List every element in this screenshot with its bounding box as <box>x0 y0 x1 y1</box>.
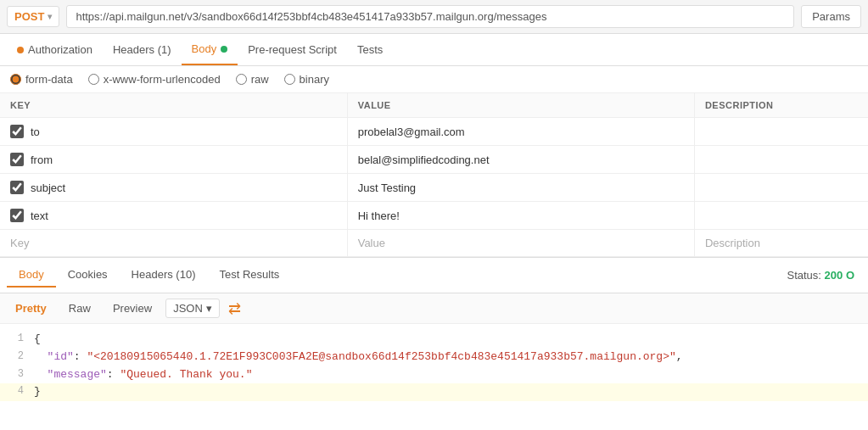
tab-prerequest-label: Pre-request Script <box>248 43 337 56</box>
method-button[interactable]: POST ▾ <box>7 6 59 27</box>
key-subject: subject <box>31 181 65 194</box>
value-text: Hi there! <box>347 202 694 230</box>
row-checkbox-to[interactable] <box>10 125 24 138</box>
resp-tab-headers[interactable]: Headers (10) <box>120 263 208 288</box>
request-tabs: Authorization Headers (1) Body Pre-reque… <box>0 34 868 66</box>
line-num-4: 4 <box>0 383 34 401</box>
key-from: from <box>31 154 53 166</box>
body-options: form-data x-www-form-urlencoded raw bina… <box>0 66 868 93</box>
view-pretty-button[interactable]: Pretty <box>7 299 55 318</box>
tab-body[interactable]: Body <box>182 34 238 65</box>
code-area: 1 { 2 "id": "<20180915065440.1.72E1F993C… <box>0 324 868 408</box>
code-line-4: 4 } <box>0 383 868 401</box>
wrap-button[interactable]: ⇄ <box>228 299 241 318</box>
tab-tests[interactable]: Tests <box>347 35 393 64</box>
resp-tab-cookies-label: Cookies <box>68 268 108 281</box>
row-checkbox-subject[interactable] <box>10 181 24 194</box>
desc-to <box>694 118 868 146</box>
placeholder-value: Value <box>347 230 694 257</box>
top-bar: POST ▾ Params <box>0 0 868 34</box>
line-num-1: 1 <box>0 331 34 349</box>
option-binary[interactable]: binary <box>284 73 329 86</box>
value-to: probelal3@gmail.com <box>347 118 694 146</box>
key-to: to <box>31 126 40 138</box>
format-label: JSON <box>173 302 203 315</box>
table-row: text Hi there! <box>0 202 868 230</box>
table-row: from belal@simplifiedcoding.net <box>0 146 868 174</box>
resp-tab-headers-label: Headers (10) <box>132 268 196 281</box>
row-checkbox-from[interactable] <box>10 153 24 166</box>
params-button[interactable]: Params <box>801 5 861 28</box>
params-table: KEY VALUE DESCRIPTION to probelal3@gmail… <box>0 93 868 257</box>
table-row: to probelal3@gmail.com <box>0 118 868 146</box>
resp-tab-testresults-label: Test Results <box>219 268 279 281</box>
response-tabs: Body Cookies Headers (10) Test Results <box>7 263 291 288</box>
method-chevron-icon: ▾ <box>48 12 52 21</box>
tab-authorization[interactable]: Authorization <box>7 35 103 64</box>
col-header-key: KEY <box>0 93 347 118</box>
option-form-data[interactable]: form-data <box>10 73 73 86</box>
placeholder-key: Key <box>10 237 29 249</box>
resp-tab-body-label: Body <box>19 268 44 281</box>
code-line-2: 2 "id": "<20180915065440.1.72E1F993C003F… <box>0 349 868 366</box>
code-line-1: 1 { <box>0 331 868 349</box>
tab-headers[interactable]: Headers (1) <box>103 35 182 64</box>
col-header-desc: DESCRIPTION <box>694 93 868 118</box>
line-content-1: { <box>34 331 41 349</box>
response-tabs-bar: Body Cookies Headers (10) Test Results S… <box>0 257 868 293</box>
key-text: text <box>31 209 48 222</box>
tab-headers-label: Headers (1) <box>113 43 171 56</box>
resp-tab-cookies[interactable]: Cookies <box>56 263 120 288</box>
url-input[interactable] <box>66 5 794 28</box>
view-bar: Pretty Raw Preview JSON ▾ ⇄ <box>0 293 868 324</box>
body-dot <box>221 46 227 53</box>
value-subject: Just Testing <box>347 174 694 202</box>
option-urlencoded[interactable]: x-www-form-urlencoded <box>88 73 221 86</box>
status-value: 200 O <box>825 269 854 282</box>
desc-from <box>694 146 868 174</box>
view-preview-button[interactable]: Preview <box>104 299 160 318</box>
line-num-3: 3 <box>0 366 34 384</box>
tab-tests-label: Tests <box>357 43 383 56</box>
table-row: subject Just Testing <box>0 174 868 202</box>
line-num-2: 2 <box>0 349 34 366</box>
col-header-value: VALUE <box>347 93 694 118</box>
table-row-placeholder: Key Value Description <box>0 230 868 257</box>
tab-authorization-label: Authorization <box>28 43 92 56</box>
format-select[interactable]: JSON ▾ <box>165 299 220 318</box>
resp-tab-body[interactable]: Body <box>7 263 56 288</box>
view-raw-button[interactable]: Raw <box>60 299 99 318</box>
tab-body-label: Body <box>192 42 217 55</box>
code-line-3: 3 "message": "Queued. Thank you." <box>0 366 868 384</box>
status-area: Status: 200 O <box>787 269 862 282</box>
method-label: POST <box>14 10 44 23</box>
auth-dot <box>17 47 24 53</box>
option-raw[interactable]: raw <box>236 73 269 86</box>
value-from: belal@simplifiedcoding.net <box>347 146 694 174</box>
placeholder-desc: Description <box>694 230 868 257</box>
desc-text <box>694 202 868 230</box>
format-chevron-icon: ▾ <box>206 302 212 315</box>
status-label: Status: <box>787 269 825 282</box>
line-content-3: "message": "Queued. Thank you." <box>34 366 252 384</box>
line-content-4: } <box>34 383 41 401</box>
tab-prerequest[interactable]: Pre-request Script <box>238 35 347 64</box>
desc-subject <box>694 174 868 202</box>
row-checkbox-text[interactable] <box>10 209 24 222</box>
resp-tab-testresults[interactable]: Test Results <box>207 263 291 288</box>
line-content-2: "id": "<20180915065440.1.72E1F993C003FA2… <box>34 349 683 366</box>
